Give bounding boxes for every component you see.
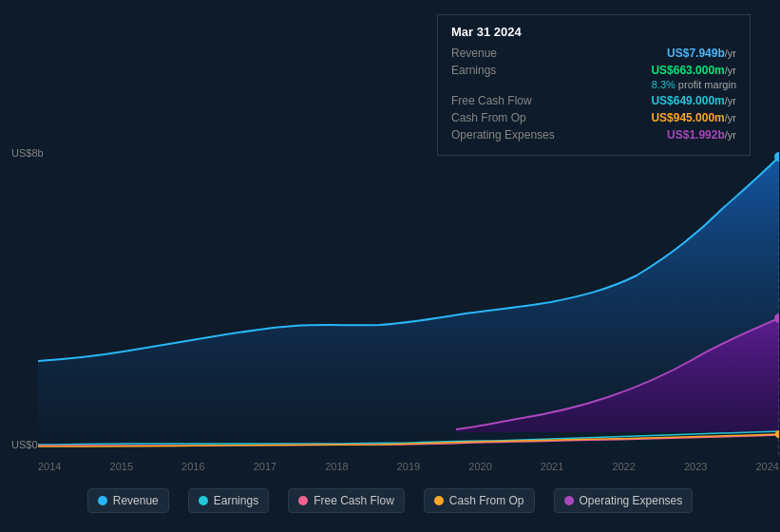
tooltip-cashop-value: US$945.000m/yr	[651, 111, 736, 124]
tooltip-revenue-label: Revenue	[451, 47, 497, 60]
tooltip-fcf-label: Free Cash Flow	[451, 94, 532, 107]
tooltip-revenue-row: Revenue US$7.949b/yr	[451, 47, 736, 60]
chart-legend: Revenue Earnings Free Cash Flow Cash Fro…	[0, 488, 780, 513]
tooltip-fcf-row: Free Cash Flow US$649.000m/yr	[451, 94, 736, 107]
tooltip-cashop-row: Cash From Op US$945.000m/yr	[451, 111, 736, 124]
tooltip-opex-row: Operating Expenses US$1.992b/yr	[451, 128, 736, 142]
legend-revenue-dot	[98, 496, 107, 505]
tooltip-earnings-row: Earnings US$663.000m/yr	[451, 64, 736, 77]
tooltip-opex-label: Operating Expenses	[451, 128, 555, 142]
tooltip-profit-margin: 8.3% profit margin	[451, 79, 736, 90]
x-label-2024: 2024	[755, 461, 778, 472]
tooltip-cashop-label: Cash From Op	[451, 111, 526, 124]
x-label-2014: 2014	[38, 461, 61, 472]
legend-fcf[interactable]: Free Cash Flow	[288, 488, 405, 513]
x-label-2022: 2022	[612, 461, 635, 472]
legend-cashop-label: Cash From Op	[449, 494, 524, 507]
x-label-2021: 2021	[541, 461, 563, 472]
x-label-2023: 2023	[684, 461, 707, 472]
legend-earnings-dot	[199, 496, 208, 505]
legend-opex-dot	[564, 496, 574, 505]
x-axis: 2014 2015 2016 2017 2018 2019 2020 2021 …	[38, 461, 779, 472]
x-label-2019: 2019	[397, 461, 420, 472]
x-label-2018: 2018	[325, 461, 348, 472]
legend-cashop-dot	[434, 496, 444, 505]
tooltip-earnings-label: Earnings	[451, 64, 496, 77]
x-label-2016: 2016	[181, 461, 204, 472]
x-label-2020: 2020	[468, 461, 491, 472]
legend-earnings-label: Earnings	[214, 494, 258, 507]
legend-cashop[interactable]: Cash From Op	[424, 488, 535, 513]
legend-revenue[interactable]: Revenue	[87, 488, 169, 513]
legend-revenue-label: Revenue	[113, 494, 159, 507]
main-chart	[38, 152, 779, 456]
legend-fcf-dot	[298, 496, 308, 505]
tooltip-revenue-value: US$7.949b/yr	[667, 47, 736, 60]
tooltip-fcf-value: US$649.000m/yr	[651, 94, 736, 107]
x-label-2017: 2017	[254, 461, 276, 472]
legend-fcf-label: Free Cash Flow	[314, 494, 394, 507]
data-tooltip: Mar 31 2024 Revenue US$7.949b/yr Earning…	[437, 14, 751, 156]
tooltip-date: Mar 31 2024	[451, 25, 736, 39]
legend-earnings[interactable]: Earnings	[188, 488, 269, 513]
x-label-2015: 2015	[110, 461, 133, 472]
legend-opex[interactable]: Operating Expenses	[554, 488, 694, 513]
y-axis-bottom-label: US$0	[11, 439, 38, 450]
tooltip-earnings-value: US$663.000m/yr	[651, 64, 736, 77]
legend-opex-label: Operating Expenses	[580, 494, 683, 507]
tooltip-opex-value: US$1.992b/yr	[667, 128, 736, 142]
